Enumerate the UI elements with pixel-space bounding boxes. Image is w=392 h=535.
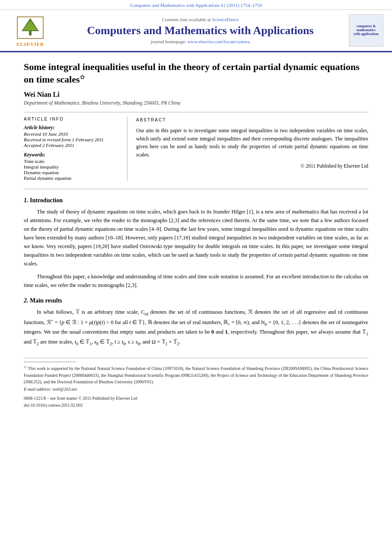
sciencedirect-link[interactable]: ScienceDirect [212, 17, 239, 22]
history-label: Article history: [24, 125, 121, 130]
elsevier-tree-icon [15, 15, 45, 41]
abstract-text: Our aim in this paper is to investigate … [136, 127, 368, 159]
footnote-section: ✩ This work is supported by the National… [24, 358, 368, 408]
journal-header: ELSEVIER Contents lists available at Sci… [0, 10, 392, 52]
section-1-title: Introduction [30, 197, 63, 204]
article-info-column: ARTICLE INFO Article history: Received 1… [24, 117, 127, 181]
section-2-title: Main results [30, 297, 62, 304]
issn-line: 0898-1221/$ – see front matter © 2011 Pu… [24, 395, 368, 402]
keyword-4: Partial dynamic equation [24, 175, 121, 181]
author-affiliation: Department of Mathematics, Binzhou Unive… [24, 100, 368, 105]
keywords-section: Keywords: Time scale Integral inequality… [24, 152, 121, 181]
intro-paragraph-1: The study of theory of dynamic equations… [24, 207, 368, 268]
journal-homepage-link[interactable]: www.elsevier.com/locate/camwa [188, 39, 250, 44]
main-paragraph-1: In what follows, 𝕋 is an arbitrary time … [24, 308, 368, 347]
intro-paragraph-2: Throughout this paper, a knowledge and u… [24, 272, 368, 290]
email-label: E-mail address: [24, 387, 51, 392]
main-content: Some integral inequalities useful in the… [0, 52, 392, 417]
email-address: wnli@263.net. [52, 387, 78, 392]
keywords-label: Keywords: [24, 152, 121, 157]
contents-line: Contents lists available at ScienceDirec… [56, 17, 344, 22]
abstract-copyright: © 2011 Published by Elsevier Ltd [136, 162, 368, 170]
journal-homepage: journal homepage: www.elsevier.com/locat… [56, 39, 344, 44]
footnote-divider [24, 362, 76, 362]
introduction-header: 1. Introduction [24, 197, 368, 204]
bottom-info: 0898-1221/$ – see front matter © 2011 Pu… [24, 395, 368, 409]
footnote-star-text: ✩ This work is supported by the National… [24, 365, 368, 385]
journal-main-title: Computers and Mathematics with Applicati… [56, 24, 344, 37]
doi-line: doi:10.1016/j.camwa.2011.02.002 [24, 402, 368, 409]
divider-2 [24, 189, 368, 189]
article-info-abstract: ARTICLE INFO Article history: Received 1… [24, 117, 368, 181]
section-2-number: 2. [24, 297, 29, 304]
article-title: Some integral inequalities useful in the… [24, 61, 368, 86]
article-info-header: ARTICLE INFO [24, 117, 121, 121]
keyword-2: Integral inequality [24, 164, 121, 169]
received-date: Received 10 June 2010 [24, 131, 121, 137]
journal-citation-text: Computers and Mathematics with Applicati… [130, 3, 262, 8]
divider-1 [24, 112, 368, 112]
main-results-header: 2. Main results [24, 297, 368, 304]
keyword-3: Dynamic equation [24, 170, 121, 175]
journal-citation-bar: Computers and Mathematics with Applicati… [0, 0, 392, 10]
revised-date: Received in revised form 1 February 2011 [24, 137, 121, 142]
accepted-date: Accepted 2 February 2011 [24, 143, 121, 148]
section-1-number: 1. [24, 197, 29, 204]
elsevier-logo: ELSEVIER [9, 15, 52, 47]
svg-rect-1 [29, 31, 32, 35]
abstract-header: ABSTRACT [136, 117, 368, 123]
author-name: Wei Nian Li [24, 91, 368, 99]
journal-thumbnail: computers &mathematicswith applications [349, 14, 383, 47]
journal-title-section: Contents lists available at ScienceDirec… [56, 17, 344, 44]
abstract-column: ABSTRACT Our aim in this paper is to inv… [136, 117, 368, 181]
footnote-email: E-mail address: wnli@263.net. [24, 387, 368, 392]
title-footnote-marker: ✩ [80, 73, 85, 80]
thumb-title: computers &mathematicswith applications [354, 25, 379, 36]
keyword-1: Time scale [24, 159, 121, 164]
elsevier-label: ELSEVIER [16, 41, 44, 47]
